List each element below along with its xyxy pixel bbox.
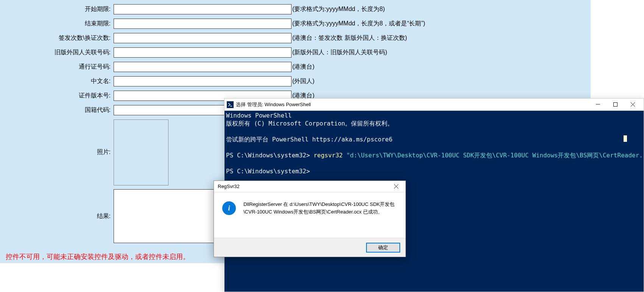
svg-rect-2	[613, 103, 617, 107]
ps-argument: "d:\Users\TWY\Desktop\CVR-100UC SDK开发包\C…	[346, 152, 643, 159]
input-chinese-name[interactable]	[114, 76, 292, 86]
label-result: 结果:	[0, 212, 114, 220]
row-old-foreigner-no: 旧版外国人关联号码: (新版外国人：旧版外国人关联号码)	[0, 45, 425, 60]
hint-issue-count: (港澳台：签发次数 新版外国人：换证次数)	[292, 34, 407, 42]
minimize-button[interactable]	[589, 99, 607, 110]
dialog-message: DllRegisterServer 在 d:\Users\TWY\Desktop…	[243, 201, 397, 216]
dialog-footer: 确定	[214, 238, 405, 257]
close-button[interactable]	[624, 99, 641, 110]
hint-permit-no: (港澳台)	[292, 63, 315, 71]
row-issue-count: 签发次数\换证次数: (港澳台：签发次数 新版外国人：换证次数)	[0, 31, 425, 45]
row-end-date: 结束期限: (要求格式为:yyyyMMdd，长度为8，或者是“长期”)	[0, 16, 425, 31]
ps-line-header2: 版权所有 (C) Microsoft Corporation。保留所有权利。	[226, 120, 393, 127]
label-permit-no: 通行证号码:	[0, 63, 114, 71]
photo-placeholder	[114, 119, 168, 185]
label-end-date: 结束期限:	[0, 20, 114, 28]
input-permit-no[interactable]	[114, 62, 292, 72]
powershell-titlebar[interactable]: 选择 管理员: Windows PowerShell	[225, 99, 644, 111]
row-chinese-name: 中文名: (外国人)	[0, 74, 425, 88]
label-chinese-name: 中文名:	[0, 77, 114, 85]
powershell-icon	[227, 101, 234, 108]
ps-line-header1: Windows PowerShell	[226, 112, 292, 119]
label-issue-count: 签发次数\换证次数:	[0, 34, 114, 42]
powershell-title: 选择 管理员: Windows PowerShell	[236, 101, 589, 108]
input-start-date[interactable]	[114, 4, 292, 14]
ps-command: regsvr32	[313, 152, 346, 159]
dialog-titlebar[interactable]: RegSvr32	[214, 181, 405, 192]
window-controls	[589, 99, 641, 110]
ps-prompt-1: PS C:\Windows\system32>	[226, 152, 313, 159]
input-issue-count[interactable]	[114, 33, 292, 43]
ps-line-notice: 尝试新的跨平台 PowerShell https://aka.ms/pscore…	[226, 136, 393, 143]
label-old-foreigner-no: 旧版外国人关联号码:	[0, 49, 114, 57]
input-end-date[interactable]	[114, 19, 292, 29]
hint-old-foreigner-no: (新版外国人：旧版外国人关联号码)	[292, 49, 387, 57]
cursor-icon	[624, 135, 627, 142]
row-permit-no: 通行证号码: (港澳台)	[0, 60, 425, 74]
dialog-body: i DllRegisterServer 在 d:\Users\TWY\Deskt…	[214, 192, 405, 220]
label-nationality-code: 国籍代码:	[0, 106, 114, 114]
input-old-foreigner-no[interactable]	[114, 47, 292, 58]
hint-chinese-name: (外国人)	[292, 77, 315, 85]
row-start-date: 开始期限: (要求格式为:yyyyMMdd，长度为8)	[0, 2, 425, 16]
dialog-title: RegSvr32	[218, 184, 390, 189]
ps-prompt-2: PS C:\Windows\system32>	[226, 168, 310, 175]
label-cert-version: 证件版本号:	[0, 92, 114, 100]
regsvr32-dialog: RegSvr32 i DllRegisterServer 在 d:\Users\…	[214, 181, 406, 257]
ok-button[interactable]: 确定	[366, 243, 400, 253]
maximize-button[interactable]	[607, 99, 624, 110]
label-photo: 照片:	[0, 148, 114, 156]
info-icon: i	[222, 201, 236, 215]
hint-start-date: (要求格式为:yyyyMMdd，长度为8)	[292, 5, 385, 13]
error-message: 控件不可用，可能未正确安装控件及驱动，或者控件未启用。	[6, 252, 190, 261]
hint-end-date: (要求格式为:yyyyMMdd，长度为8，或者是“长期”)	[292, 20, 425, 28]
dialog-close-button[interactable]	[390, 181, 402, 192]
label-start-date: 开始期限:	[0, 5, 114, 13]
